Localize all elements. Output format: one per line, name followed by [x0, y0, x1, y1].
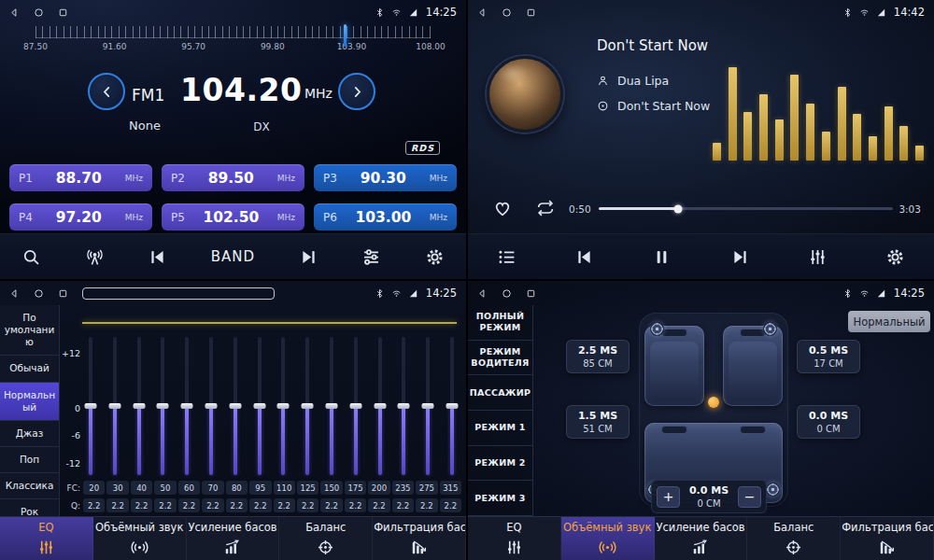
front-left-delay[interactable]: 2.5 MS 85 CM — [566, 340, 630, 373]
decrease-delay-button[interactable]: − — [738, 486, 761, 508]
rear-right-delay[interactable]: 0.0 MS 0 CM — [797, 405, 860, 439]
radio-preset-p3[interactable]: P390.30MHz — [314, 164, 457, 191]
eq-slider-knob[interactable] — [205, 403, 217, 409]
eq-slider-knob[interactable] — [229, 403, 241, 409]
rear-left-delay[interactable]: 1.5 MS 51 CM — [566, 405, 630, 439]
eq-slider-knob[interactable] — [302, 403, 314, 409]
recents-icon[interactable] — [58, 7, 68, 18]
home-icon[interactable] — [34, 288, 44, 299]
eq-band-slider[interactable] — [397, 337, 410, 475]
tune-down-button[interactable] — [88, 73, 125, 110]
search-button[interactable] — [21, 247, 41, 267]
tune-up-button[interactable] — [338, 73, 375, 110]
audio-tab-5[interactable]: Фильтрация басов — [841, 517, 934, 560]
eq-band-slider[interactable] — [446, 337, 459, 475]
broadcast-button[interactable] — [85, 247, 105, 267]
audio-tab-4[interactable]: Баланс — [747, 517, 841, 560]
audio-tab-3[interactable]: Усиление басов — [655, 517, 748, 560]
eq-preset-item[interactable]: По умолчанию — [0, 305, 59, 356]
radio-preset-p4[interactable]: P497.20MHz — [9, 203, 152, 231]
eq-slider-knob[interactable] — [108, 403, 120, 409]
eq-slider-knob[interactable] — [253, 403, 265, 409]
eq-band-slider[interactable] — [325, 337, 338, 475]
home-icon[interactable] — [502, 288, 512, 299]
eq-slider-knob[interactable] — [349, 403, 361, 409]
eq-band-slider[interactable] — [180, 337, 193, 475]
eq-slider-knob[interactable] — [85, 403, 97, 409]
audio-tab-4[interactable]: Баланс — [279, 517, 373, 560]
band-button[interactable]: BAND — [211, 248, 255, 265]
eq-band-slider[interactable] — [374, 337, 387, 475]
eq-band-slider[interactable] — [229, 337, 242, 475]
surround-mode-item[interactable]: ПАССАЖИР — [468, 375, 532, 411]
front-right-delay[interactable]: 0.5 MS 17 CM — [797, 340, 860, 373]
eq-slider-knob[interactable] — [398, 403, 410, 409]
audio-tab-3[interactable]: Усиление басов — [187, 517, 280, 560]
eq-band-slider[interactable] — [301, 337, 314, 475]
eq-slider-knob[interactable] — [374, 403, 386, 409]
audio-tab-2[interactable]: Объёмный звук — [93, 517, 187, 560]
recents-icon[interactable] — [58, 288, 68, 299]
back-icon[interactable] — [9, 7, 20, 18]
eq-band-slider[interactable] — [253, 337, 266, 475]
eq-slider-knob[interactable] — [133, 403, 145, 409]
increase-delay-button[interactable]: + — [657, 486, 680, 508]
radio-preset-p5[interactable]: P5102.50MHz — [162, 203, 304, 231]
sliders-h-button[interactable] — [361, 247, 381, 267]
eq-preset-item[interactable]: Нормальный — [0, 383, 59, 421]
eq-slider-knob[interactable] — [181, 403, 193, 409]
gear-button[interactable] — [425, 247, 445, 267]
recents-icon[interactable] — [526, 7, 536, 18]
eq-band-slider[interactable] — [84, 337, 97, 475]
favorite-button[interactable] — [492, 198, 513, 221]
audio-tab-5[interactable]: Фильтрация басов — [373, 517, 466, 560]
eq-slider-knob[interactable] — [325, 403, 337, 409]
home-icon[interactable] — [34, 7, 44, 18]
eq-preset-item[interactable]: Джаз — [0, 421, 59, 447]
eq-slider-knob[interactable] — [157, 403, 169, 409]
audio-tab-1[interactable]: EQ — [0, 517, 93, 560]
radio-preset-p1[interactable]: P188.70MHz — [9, 164, 152, 191]
listener-position-dot[interactable] — [708, 397, 719, 408]
eq-band-slider[interactable] — [156, 337, 169, 475]
back-icon[interactable] — [477, 288, 488, 299]
back-icon[interactable] — [477, 7, 488, 18]
eq-preset-item[interactable]: Поп — [0, 447, 59, 473]
audio-tab-2[interactable]: Объёмный звук — [561, 517, 655, 560]
eq-band-slider[interactable] — [205, 337, 218, 475]
eq-band-slider[interactable] — [349, 337, 362, 475]
prev-button[interactable] — [574, 247, 594, 267]
surround-mode-item[interactable]: РЕЖИМ 2 — [468, 446, 532, 482]
prev-button[interactable] — [148, 247, 167, 267]
recents-icon[interactable] — [526, 288, 536, 299]
radio-preset-p6[interactable]: P6103.00MHz — [314, 203, 457, 231]
next-button[interactable] — [730, 247, 750, 267]
eq-slider-knob[interactable] — [277, 403, 290, 409]
eq-slider-knob[interactable] — [446, 403, 458, 409]
seek-bar[interactable] — [599, 207, 893, 210]
eq-band-slider[interactable] — [276, 337, 290, 475]
repeat-button[interactable] — [535, 198, 556, 221]
playlist-button[interactable] — [497, 247, 517, 267]
back-icon[interactable] — [9, 288, 20, 299]
surround-mode-item[interactable]: РЕЖИМ 3 — [468, 481, 532, 516]
progress-knob[interactable] — [674, 204, 683, 213]
surround-mode-item[interactable]: РЕЖИМ 1 — [468, 411, 532, 446]
eq-band-slider[interactable] — [133, 337, 146, 475]
home-icon[interactable] — [502, 7, 512, 18]
eq-preset-item[interactable]: Рок — [0, 499, 59, 516]
eq-band-slider[interactable] — [108, 337, 121, 475]
surround-mode-item[interactable]: РЕЖИМ ВОДИТЕЛЯ — [468, 341, 532, 376]
surround-mode-item[interactable]: ПОЛНЫЙ РЕЖИМ — [468, 305, 532, 341]
eq-preset-item[interactable]: Обычай — [0, 356, 59, 382]
eq-preset-item[interactable]: Классика — [0, 473, 59, 499]
eq-band-slider[interactable] — [421, 337, 434, 475]
eq-slider-knob[interactable] — [422, 403, 434, 409]
gear-button[interactable] — [885, 247, 905, 267]
next-button[interactable] — [299, 247, 318, 267]
sound-profile-button[interactable]: Нормальный — [848, 311, 930, 332]
radio-preset-p2[interactable]: P289.50MHz — [162, 164, 304, 191]
mixer-button[interactable] — [808, 247, 828, 267]
pause-button[interactable] — [652, 247, 672, 267]
audio-tab-1[interactable]: EQ — [468, 517, 561, 560]
